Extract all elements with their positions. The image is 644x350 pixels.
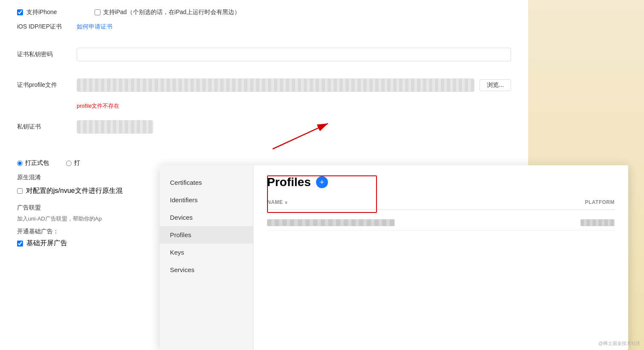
cert-profile-input-blurred bbox=[77, 78, 474, 92]
portal-table-header: NAME ∨ PLATFORM bbox=[267, 199, 615, 210]
sidebar-item-keys[interactable]: Keys bbox=[160, 244, 253, 261]
checkbox-ipad[interactable] bbox=[95, 9, 101, 15]
row-name-blurred bbox=[267, 219, 395, 226]
portal-sidebar: Certificates Identifiers Devices Profile… bbox=[160, 165, 253, 350]
sort-indicator: ∨ bbox=[285, 200, 288, 205]
cert-password-input[interactable] bbox=[77, 48, 511, 61]
private-cert-row: 私钥证书 bbox=[17, 120, 511, 134]
checkbox-ipad-label: 支持iPad（个别选的话，在iPad上运行时会有黑边） bbox=[103, 9, 240, 16]
checkbox-iphone-label: 支持iPhone bbox=[26, 9, 57, 16]
private-cert-input-blurred bbox=[77, 120, 153, 134]
cert-link[interactable]: 如何申请证书 bbox=[77, 23, 112, 31]
portal-overlay: Certificates Identifiers Devices Profile… bbox=[160, 165, 628, 350]
table-row[interactable] bbox=[267, 215, 615, 231]
radio-debug-label: 打 bbox=[74, 159, 80, 167]
radio-formal-input[interactable] bbox=[17, 161, 23, 166]
private-cert-label: 私钥证书 bbox=[17, 123, 77, 131]
radio-formal: 打正式包 bbox=[17, 159, 49, 167]
radio-debug: 打 bbox=[66, 159, 80, 167]
portal-title: Profiles bbox=[267, 175, 311, 189]
browse-button[interactable]: 浏览... bbox=[480, 79, 511, 91]
radio-formal-label: 打正式包 bbox=[25, 159, 49, 167]
cert-profile-label: 证书profile文件 bbox=[17, 81, 77, 89]
sidebar-item-profiles[interactable]: Profiles bbox=[160, 226, 253, 244]
sidebar-item-identifiers[interactable]: Identifiers bbox=[160, 191, 253, 209]
checkbox-iphone[interactable] bbox=[17, 9, 23, 15]
ad-checkbox[interactable] bbox=[17, 241, 23, 247]
row-platform-blurred bbox=[581, 219, 615, 226]
add-profile-button[interactable]: + bbox=[316, 176, 328, 188]
cert-password-row: 证书私钥密码 bbox=[17, 48, 511, 61]
portal-content: Profiles + NAME ∨ PLATFORM bbox=[253, 165, 628, 350]
col-name-header: NAME ∨ bbox=[267, 199, 529, 205]
radio-debug-input[interactable] bbox=[66, 161, 72, 166]
ad-checkbox-label: 基础开屏广告 bbox=[26, 239, 67, 248]
watermark: @稀土掘金技术社区 bbox=[598, 340, 641, 347]
col-platform-header: PLATFORM bbox=[529, 199, 615, 205]
portal-header: Profiles + bbox=[267, 175, 615, 189]
cert-row: iOS IDP/IEP证书 如何申请证书 bbox=[17, 23, 511, 31]
cert-profile-section: 证书profile文件 浏览... profile文件不存在 bbox=[17, 78, 511, 110]
sidebar-item-services[interactable]: Services bbox=[160, 261, 253, 278]
native-blur-desc: 对配置的js/nvue文件进行原生混 bbox=[26, 186, 123, 195]
sidebar-item-certificates[interactable]: Certificates bbox=[160, 174, 253, 191]
sidebar-item-devices[interactable]: Devices bbox=[160, 209, 253, 226]
native-blur-checkbox[interactable] bbox=[17, 188, 23, 194]
cert-profile-row: 证书profile文件 浏览... bbox=[17, 78, 511, 92]
cert-password-label: 证书私钥密码 bbox=[17, 51, 77, 58]
checkbox-row-iphone: 支持iPhone 支持iPad（个别选的话，在iPad上运行时会有黑边） bbox=[17, 9, 511, 16]
profile-error: profile文件不存在 bbox=[77, 102, 511, 110]
ios-cert-label: iOS IDP/IEP证书 bbox=[17, 23, 77, 31]
